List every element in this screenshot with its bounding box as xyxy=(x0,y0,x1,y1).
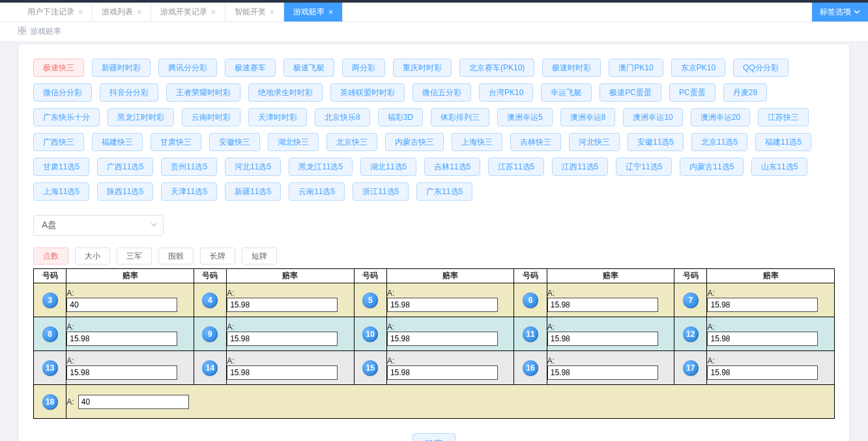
game-type-pill[interactable]: 天津11选5 xyxy=(161,182,217,201)
close-icon[interactable]: × xyxy=(137,8,141,17)
game-type-pill[interactable]: 浙江11选5 xyxy=(353,182,409,201)
game-type-pill[interactable]: 极速PC蛋蛋 xyxy=(600,83,661,102)
game-type-pill[interactable]: 甘肃快三 xyxy=(151,133,201,151)
game-type-pill[interactable]: 英雄联盟时时彩 xyxy=(330,83,405,102)
close-icon[interactable]: × xyxy=(328,8,333,17)
game-type-pill[interactable]: 广东快乐十分 xyxy=(33,108,100,126)
odds-input[interactable] xyxy=(547,365,658,380)
game-type-pill[interactable]: 陕西11选5 xyxy=(97,182,153,201)
odds-input[interactable] xyxy=(547,332,658,346)
game-type-pill[interactable]: 新疆时时彩 xyxy=(92,59,151,77)
game-type-pill[interactable]: 山东11选5 xyxy=(751,158,807,176)
game-type-pill[interactable]: 黑龙江时时彩 xyxy=(108,108,174,126)
game-type-pill[interactable]: 福建11选5 xyxy=(755,133,811,151)
game-type-pill[interactable]: 福建快三 xyxy=(92,133,143,151)
sub-tab-3[interactable]: 围骰 xyxy=(158,248,194,264)
game-type-pill[interactable]: 河北11选5 xyxy=(225,158,281,176)
game-type-pill[interactable]: 河北快三 xyxy=(569,133,620,151)
game-type-pill[interactable]: 澳洲幸运20 xyxy=(691,108,750,126)
game-type-pill[interactable]: 贵州11选5 xyxy=(161,158,217,176)
game-type-pill[interactable]: 黑龙江11选5 xyxy=(289,158,353,176)
game-type-pill[interactable]: 微信五分彩 xyxy=(412,83,471,102)
game-type-pill[interactable]: 东京PK10 xyxy=(671,59,725,77)
game-type-pill[interactable]: 上海11选5 xyxy=(33,182,89,201)
odds-input[interactable] xyxy=(707,365,818,380)
tab-2[interactable]: 游戏开奖记录× xyxy=(151,3,225,21)
game-type-pill[interactable]: 台湾PK10 xyxy=(479,83,533,102)
game-type-pill[interactable]: 广西11选5 xyxy=(97,158,153,176)
game-type-pill[interactable]: 广西快三 xyxy=(33,133,84,151)
tab-3[interactable]: 智能开奖× xyxy=(225,3,284,21)
pan-select-input[interactable] xyxy=(33,215,164,236)
game-type-pill[interactable]: 北京11选5 xyxy=(691,133,747,151)
game-type-pill[interactable]: 丹麦28 xyxy=(723,83,767,102)
game-type-pill[interactable]: 澳洲幸运8 xyxy=(560,108,616,126)
game-type-pill[interactable]: 广东11选5 xyxy=(416,182,472,201)
game-type-pill[interactable]: 吉林快三 xyxy=(510,133,561,151)
game-type-pill[interactable]: 甘肃11选5 xyxy=(33,158,89,176)
pan-select[interactable] xyxy=(33,215,164,236)
odds-input[interactable] xyxy=(387,365,498,380)
game-type-pill[interactable]: 内蒙古11选5 xyxy=(680,158,744,176)
odds-input[interactable] xyxy=(547,298,658,312)
game-type-pill[interactable]: 王者荣耀时时彩 xyxy=(166,83,240,102)
game-type-pill[interactable]: 云南时时彩 xyxy=(182,108,240,126)
odds-input[interactable] xyxy=(707,298,818,312)
tab-4[interactable]: 游戏赔率× xyxy=(284,3,343,21)
confirm-button[interactable]: 确定 xyxy=(412,433,456,441)
game-type-pill[interactable]: 澳洲幸运10 xyxy=(623,108,682,126)
close-icon[interactable]: × xyxy=(78,8,83,17)
game-type-pill[interactable]: 极速时时彩 xyxy=(542,59,601,77)
game-type-pill[interactable]: 安徽快三 xyxy=(209,133,260,151)
sub-tab-4[interactable]: 长牌 xyxy=(200,248,235,264)
game-type-pill[interactable]: 湖北快三 xyxy=(268,133,319,151)
game-type-pill[interactable]: 腾讯分分彩 xyxy=(158,59,217,77)
tag-options-button[interactable]: 标签选项 xyxy=(812,3,868,21)
odds-input[interactable] xyxy=(66,332,177,346)
game-type-pill[interactable]: 极速飞艇 xyxy=(283,59,334,77)
game-type-pill[interactable]: 江苏快三 xyxy=(758,108,809,126)
game-type-pill[interactable]: 福彩3D xyxy=(378,108,423,126)
odds-input[interactable] xyxy=(707,332,818,346)
sub-tab-5[interactable]: 短牌 xyxy=(242,248,277,264)
game-type-pill[interactable]: 辽宁11选5 xyxy=(616,158,672,176)
game-type-pill[interactable]: 体彩排列三 xyxy=(431,108,489,126)
game-type-pill[interactable]: 两分彩 xyxy=(342,59,385,77)
game-type-pill[interactable]: 江西11选5 xyxy=(552,158,608,176)
game-type-pill[interactable]: PC蛋蛋 xyxy=(669,83,716,102)
game-type-pill[interactable]: 极速赛车 xyxy=(225,59,276,77)
game-type-pill[interactable]: 极速快三 xyxy=(33,59,84,77)
odds-input[interactable] xyxy=(227,332,338,346)
odds-input[interactable] xyxy=(387,332,498,346)
game-type-pill[interactable]: 抖音分分彩 xyxy=(100,83,158,102)
game-type-pill[interactable]: 天津时时彩 xyxy=(248,108,307,126)
game-type-pill[interactable]: 北京快三 xyxy=(326,133,377,151)
close-icon[interactable]: × xyxy=(211,8,216,17)
game-type-pill[interactable]: 湖北11选5 xyxy=(360,158,416,176)
game-type-pill[interactable]: 上海快三 xyxy=(452,133,502,151)
game-type-pill[interactable]: 幸运飞艇 xyxy=(541,83,592,102)
game-type-pill[interactable]: 内蒙古快三 xyxy=(385,133,444,151)
game-type-pill[interactable]: 云南11选5 xyxy=(289,182,345,201)
game-type-pill[interactable]: 新疆11选5 xyxy=(225,182,281,201)
game-type-pill[interactable]: 北京赛车(PK10) xyxy=(459,59,534,77)
game-type-pill[interactable]: 绝地求生时时彩 xyxy=(248,83,323,102)
game-type-pill[interactable]: 安徽11选5 xyxy=(628,133,684,151)
sub-tab-2[interactable]: 三军 xyxy=(117,248,152,264)
odds-input[interactable] xyxy=(78,395,189,409)
game-type-pill[interactable]: 微信分分彩 xyxy=(33,83,92,102)
sub-tab-0[interactable]: 点数 xyxy=(33,248,68,264)
odds-input[interactable] xyxy=(387,298,498,312)
odds-input[interactable] xyxy=(66,298,177,312)
odds-input[interactable] xyxy=(227,298,338,312)
sub-tab-1[interactable]: 大小 xyxy=(75,248,110,264)
game-type-pill[interactable]: 澳门PK10 xyxy=(609,59,663,77)
tab-1[interactable]: 游戏列表× xyxy=(93,3,151,21)
odds-input[interactable] xyxy=(227,365,338,380)
game-type-pill[interactable]: 吉林11选5 xyxy=(424,158,480,176)
odds-input[interactable] xyxy=(66,365,177,380)
close-icon[interactable]: × xyxy=(270,8,274,17)
game-type-pill[interactable]: 澳洲幸运5 xyxy=(497,108,553,126)
game-type-pill[interactable]: 北京快乐8 xyxy=(315,108,370,126)
game-type-pill[interactable]: 重庆时时彩 xyxy=(393,59,452,77)
